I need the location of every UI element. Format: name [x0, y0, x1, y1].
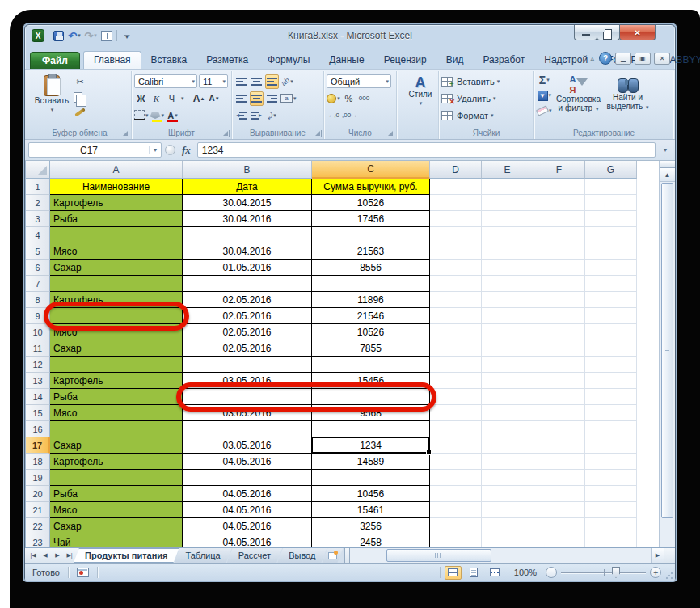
- ribbon-tab-вставка[interactable]: Вставка: [141, 52, 197, 69]
- cell-D23[interactable]: [430, 534, 482, 547]
- cell-C19[interactable]: [312, 470, 430, 486]
- cell-D11[interactable]: [430, 340, 482, 357]
- workbook-close-icon[interactable]: ✕: [654, 53, 670, 65]
- cell-F12[interactable]: [533, 357, 585, 373]
- cell-C23[interactable]: 2458: [312, 534, 430, 547]
- cell-F6[interactable]: [533, 260, 585, 276]
- cell-F11[interactable]: [533, 340, 585, 357]
- align-left-button[interactable]: [234, 91, 248, 106]
- cell-A10[interactable]: Мясо: [50, 324, 183, 340]
- cell-E23[interactable]: [482, 534, 533, 547]
- font-name-combo[interactable]: Calibri▾: [134, 74, 197, 88]
- cell-A9[interactable]: [50, 308, 183, 324]
- align-middle-button[interactable]: [250, 74, 264, 89]
- collapse-ribbon-icon[interactable]: ▵: [590, 54, 594, 62]
- decrease-decimal-button[interactable]: ,00→: [342, 108, 357, 123]
- cell-C13[interactable]: 15456: [312, 373, 430, 389]
- align-bottom-button[interactable]: [265, 74, 279, 89]
- number-format-combo[interactable]: Общий▾: [327, 74, 391, 88]
- cell-B1[interactable]: Дата: [183, 179, 312, 195]
- cell-A8[interactable]: Картофель: [50, 292, 183, 308]
- ribbon-tab-вид[interactable]: Вид: [436, 52, 474, 69]
- vertical-scrollbar[interactable]: ▲: [659, 161, 675, 547]
- cell-A2[interactable]: Картофель: [50, 195, 183, 211]
- cell-E6[interactable]: [482, 260, 533, 276]
- cell-C7[interactable]: [312, 276, 430, 292]
- number-dialog-launcher-icon[interactable]: [387, 130, 394, 137]
- cell-B23[interactable]: 04.05.2016: [183, 534, 312, 547]
- accounting-format-button[interactable]: ▾: [327, 91, 340, 106]
- sheet-tab-таблица[interactable]: Таблица: [175, 548, 232, 563]
- increase-decimal-button[interactable]: ←,0: [327, 108, 340, 123]
- cell-A6[interactable]: Сахар: [50, 260, 183, 276]
- zoom-level[interactable]: 100%: [514, 568, 537, 577]
- italic-button[interactable]: К: [150, 91, 163, 106]
- column-header-E[interactable]: E: [482, 161, 533, 179]
- cell-E13[interactable]: [482, 373, 533, 389]
- cell-D5[interactable]: [430, 243, 482, 260]
- cell-E9[interactable]: [482, 308, 533, 324]
- cell-A12[interactable]: [50, 357, 183, 373]
- format-painter-button[interactable]: [73, 105, 87, 120]
- cell-D6[interactable]: [430, 260, 482, 276]
- ribbon-tab-главная[interactable]: Главная: [83, 51, 141, 69]
- cell-C15[interactable]: 9568: [312, 405, 430, 421]
- cell-B12[interactable]: [183, 357, 312, 373]
- cell-F22[interactable]: [533, 518, 585, 534]
- cell-F14[interactable]: [533, 389, 585, 405]
- cell-C2[interactable]: 10526: [312, 195, 430, 211]
- row-header-10[interactable]: 10: [26, 324, 50, 340]
- cell-C20[interactable]: 10456: [312, 486, 430, 502]
- cell-E2[interactable]: [482, 195, 533, 211]
- grow-font-button[interactable]: А▲: [192, 91, 206, 106]
- zoom-in-button[interactable]: ＋: [650, 567, 661, 578]
- cell-B7[interactable]: [183, 276, 312, 292]
- cell-E16[interactable]: [482, 421, 533, 437]
- horizontal-scrollbar[interactable]: ▶: [350, 548, 675, 563]
- cell-D19[interactable]: [430, 470, 482, 486]
- clipboard-dialog-launcher-icon[interactable]: [122, 130, 129, 137]
- cell-F4[interactable]: [533, 227, 585, 243]
- cell-B17[interactable]: 03.05.2016: [183, 437, 312, 454]
- cell-B4[interactable]: [183, 227, 312, 243]
- name-box-dropdown-icon[interactable]: ▾: [149, 146, 161, 154]
- cell-E3[interactable]: [482, 211, 533, 227]
- increase-indent-button[interactable]: ▸: [250, 108, 264, 123]
- cell-F7[interactable]: [533, 276, 585, 292]
- page-layout-view-button[interactable]: [466, 566, 483, 580]
- cell-C14[interactable]: [312, 389, 430, 405]
- cell-F10[interactable]: [533, 324, 585, 340]
- cell-D9[interactable]: [430, 308, 482, 324]
- cell-G14[interactable]: [585, 389, 637, 405]
- row-header-22[interactable]: 22: [26, 518, 50, 534]
- autosum-button[interactable]: Σ▾: [537, 73, 552, 87]
- cell-D14[interactable]: [430, 389, 482, 405]
- row-header-3[interactable]: 3: [26, 211, 50, 227]
- row-header-15[interactable]: 15: [26, 405, 50, 421]
- cell-B15[interactable]: 03.05.2016: [183, 405, 312, 421]
- cell-B21[interactable]: 04.05.2016: [183, 502, 312, 518]
- ribbon-tab-рецензир[interactable]: Рецензир: [374, 52, 436, 69]
- cell-E4[interactable]: [482, 227, 533, 243]
- bold-button[interactable]: Ж: [134, 91, 148, 106]
- cell-G9[interactable]: [585, 308, 637, 324]
- cell-B11[interactable]: 02.05.2016: [183, 340, 312, 357]
- workbook-restore-icon[interactable]: ▣: [635, 53, 651, 65]
- cell-G10[interactable]: [585, 324, 637, 340]
- cell-A3[interactable]: Рыба: [50, 211, 183, 227]
- cell-F21[interactable]: [533, 502, 585, 518]
- insert-function-icon[interactable]: fx: [179, 144, 194, 157]
- align-center-button[interactable]: [250, 91, 264, 106]
- cell-B10[interactable]: 02.05.2016: [183, 324, 312, 340]
- ribbon-tab-разработ[interactable]: Разработ: [473, 52, 534, 69]
- cell-B18[interactable]: 04.05.2016: [183, 454, 312, 470]
- cell-D22[interactable]: [430, 518, 482, 534]
- align-top-button[interactable]: [234, 74, 248, 89]
- cell-C6[interactable]: 8556: [312, 260, 430, 276]
- cell-A1[interactable]: Наименование: [50, 179, 183, 195]
- scroll-right-icon[interactable]: ▶: [651, 548, 664, 563]
- styles-button[interactable]: А Стили ▾: [399, 73, 441, 126]
- cell-A15[interactable]: Мясо: [50, 405, 183, 421]
- cell-F17[interactable]: [533, 437, 585, 454]
- cell-F13[interactable]: [533, 373, 585, 389]
